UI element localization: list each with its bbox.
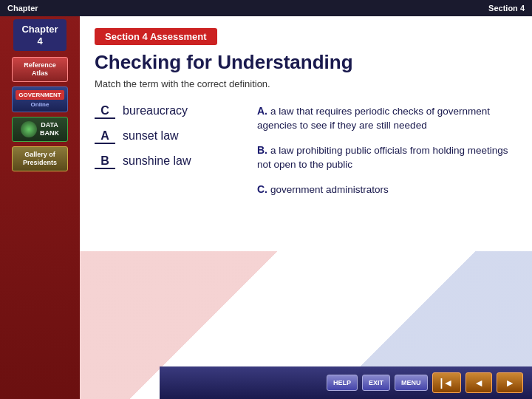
definition-b: B. a law prohibiting public officials fr… (257, 143, 514, 172)
government-logo: GOVERNMENT (16, 90, 64, 100)
match-term-3: sunshine law (123, 154, 191, 168)
sidebar-item-data-bank[interactable]: DATABANK (12, 117, 68, 142)
sidebar-item-reference-atlas-label: ReferenceAtlas (24, 61, 56, 77)
def-letter-b: B. (257, 144, 270, 156)
data-bank-icon (21, 121, 37, 137)
top-bar-section-label: Section 4 (488, 4, 525, 13)
chapter-badge: Chapter 4 (13, 19, 66, 51)
match-term-1: bureaucracy (123, 104, 188, 117)
def-text-a: a law that requires periodic checks of g… (257, 106, 490, 131)
def-text-c: government administrators (270, 184, 389, 195)
def-letter-a: A. (257, 105, 270, 117)
match-letter-1: C (95, 104, 115, 119)
definition-a: A. a law that requires periodic checks o… (257, 104, 514, 133)
match-term-2: sunset law (123, 129, 179, 143)
gallery-presidents-label: Gallery ofPresidents (23, 151, 57, 166)
exit-button[interactable]: EXIT (362, 375, 390, 391)
next-button[interactable]: ► (497, 372, 523, 393)
sidebar-item-gallery-presidents[interactable]: Gallery ofPresidents (12, 146, 68, 171)
data-bank-label: DATABANK (40, 121, 59, 137)
top-bar-chapter-label: Chapter (7, 4, 38, 13)
subtitle: Match the term with the correct definiti… (95, 78, 514, 89)
sidebar-item-reference-atlas[interactable]: ReferenceAtlas (12, 57, 68, 82)
government-online-label: Online (31, 101, 50, 109)
content-inner: Section 4 Assessment Checking for Unders… (80, 16, 532, 219)
page-title: Checking for Understanding (95, 51, 514, 74)
sidebar-item-government-online[interactable]: GOVERNMENT Online (12, 86, 68, 112)
sidebar: Chapter 4 ReferenceAtlas GOVERNMENT Onli… (0, 0, 80, 399)
top-bar: Chapter Section 4 (0, 0, 532, 16)
back-button[interactable]: ◄ (466, 372, 492, 393)
menu-button[interactable]: MENU (395, 375, 428, 391)
prev-button[interactable]: |◄ (432, 372, 462, 393)
match-letter-3: B (95, 154, 115, 169)
def-text-b: a law prohibiting public officials from … (257, 145, 508, 170)
bottom-toolbar: HELP EXIT MENU |◄ ◄ ► (160, 366, 532, 399)
definitions-column: A. a law that requires periodic checks o… (257, 104, 514, 207)
match-column: C bureaucracy A sunset law B sunshine la… (95, 104, 242, 207)
assessment-banner: Section 4 Assessment (95, 28, 217, 45)
def-letter-c: C. (257, 183, 270, 195)
match-letter-2: A (95, 129, 115, 144)
match-item-3: B sunshine law (95, 154, 242, 169)
match-item-1: C bureaucracy (95, 104, 242, 119)
match-item-2: A sunset law (95, 129, 242, 144)
questions-layout: C bureaucracy A sunset law B sunshine la… (95, 104, 514, 207)
help-button[interactable]: HELP (327, 375, 358, 391)
main-content: Section 4 Assessment Checking for Unders… (80, 16, 532, 399)
definition-c: C. government administrators (257, 183, 514, 197)
chapter-badge-label: Chapter (21, 24, 58, 35)
chapter-number: 4 (37, 35, 42, 47)
